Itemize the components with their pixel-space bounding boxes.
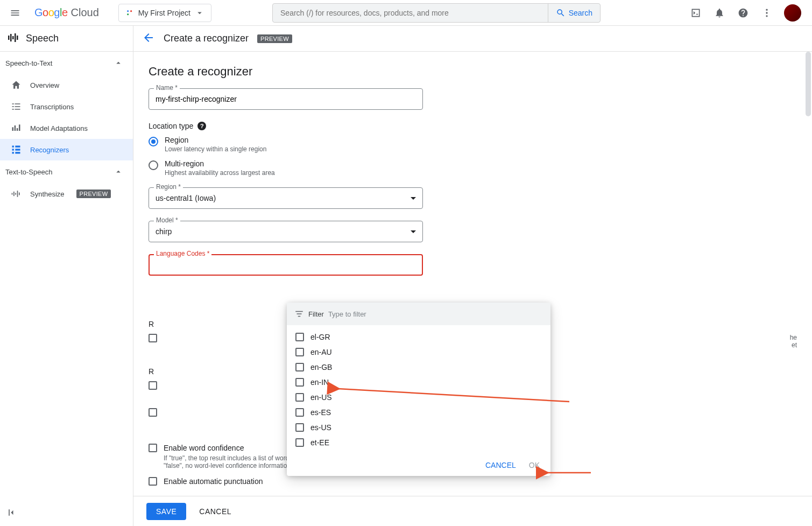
collapse-sidebar-icon[interactable] — [6, 507, 17, 520]
checkbox-icon — [295, 423, 304, 432]
checkbox-icon — [295, 393, 304, 402]
dropdown-filter[interactable]: Filter Type to filter — [287, 303, 550, 325]
sidebar: Speech-to-Text Overview Transcriptions M… — [0, 52, 133, 526]
product-name: Speech — [26, 33, 59, 44]
svg-rect-12 — [15, 125, 16, 131]
chevron-down-icon — [411, 230, 416, 233]
name-input[interactable] — [156, 95, 416, 103]
nav-group-speech-to-text[interactable]: Speech-to-Text — [0, 52, 133, 74]
more-icon[interactable] — [756, 2, 778, 24]
location-type-label: Location type ? — [149, 122, 797, 130]
svg-rect-18 — [15, 149, 20, 150]
top-bar: Google Cloud My First Project Search — [0, 0, 812, 26]
back-arrow-icon[interactable] — [142, 31, 155, 46]
svg-rect-21 — [12, 193, 13, 194]
hamburger-menu-icon[interactable] — [4, 2, 26, 24]
avatar[interactable] — [784, 4, 801, 22]
svg-rect-11 — [12, 127, 14, 131]
checkbox-icon — [295, 408, 304, 417]
svg-rect-15 — [12, 146, 14, 148]
radio-multi-region[interactable]: Multi-region Highest availability across… — [149, 159, 797, 177]
wave-icon — [11, 188, 22, 199]
svg-rect-13 — [17, 128, 18, 131]
dropdown-ok-button[interactable]: OK — [529, 461, 540, 469]
dropdown-option[interactable]: en-IN — [287, 375, 550, 390]
checkbox-icon — [149, 334, 157, 342]
checkbox-icon — [149, 444, 157, 452]
radio-icon — [149, 137, 158, 146]
svg-rect-8 — [12, 36, 14, 39]
cloud-shell-icon[interactable] — [685, 2, 707, 24]
dropdown-cancel-button[interactable]: CANCEL — [485, 461, 516, 469]
svg-rect-19 — [12, 152, 14, 153]
checkbox-icon — [295, 438, 304, 447]
gcp-logo[interactable]: Google Cloud — [30, 6, 103, 19]
sidebar-item-recognizers[interactable]: Recognizers — [0, 139, 133, 160]
notifications-icon[interactable] — [709, 2, 730, 24]
model-field[interactable]: Model * chirp — [149, 221, 423, 242]
grid-icon — [11, 144, 22, 155]
sidebar-item-model-adaptations[interactable]: Model Adaptations — [0, 117, 133, 139]
help-icon[interactable] — [732, 2, 754, 24]
chevron-down-icon — [411, 197, 416, 200]
svg-rect-20 — [15, 152, 20, 153]
svg-point-1 — [130, 10, 132, 12]
language-codes-field[interactable]: Language Codes * — [149, 254, 423, 276]
region-field[interactable]: Region * us-central1 (Iowa) — [149, 187, 423, 209]
cancel-button[interactable]: CANCEL — [199, 507, 231, 516]
checkbox-icon — [149, 408, 157, 417]
dropdown-option[interactable]: et-EE — [287, 435, 550, 450]
sidebar-item-transcriptions[interactable]: Transcriptions — [0, 96, 133, 117]
preview-badge: PREVIEW — [257, 34, 292, 43]
svg-rect-7 — [10, 34, 12, 41]
help-icon[interactable]: ? — [197, 122, 206, 130]
nav-group-text-to-speech[interactable]: Text-to-Speech — [0, 160, 133, 183]
search-input[interactable] — [273, 9, 548, 17]
save-button[interactable]: SAVE — [146, 503, 186, 520]
svg-rect-10 — [17, 36, 18, 40]
project-name: My First Project — [138, 9, 190, 17]
sidebar-item-synthesize[interactable]: Synthesize PREVIEW — [0, 183, 133, 205]
sidebar-item-overview[interactable]: Overview — [0, 74, 133, 96]
home-icon — [11, 80, 22, 90]
radio-icon — [149, 160, 158, 170]
svg-point-5 — [766, 15, 767, 17]
svg-rect-16 — [15, 146, 20, 148]
page-title: Create a recognizer — [164, 33, 249, 44]
svg-point-2 — [127, 13, 129, 15]
chevron-up-icon — [114, 167, 123, 177]
dropdown-option-label: el-GR — [310, 333, 330, 341]
checkbox-icon — [149, 477, 157, 486]
dropdown-option[interactable]: es-US — [287, 420, 550, 435]
svg-rect-9 — [15, 33, 16, 42]
topbar-right — [685, 2, 808, 24]
dropdown-option[interactable]: en-US — [287, 390, 550, 405]
svg-point-0 — [127, 10, 129, 12]
checkbox-icon — [295, 333, 304, 341]
project-picker[interactable]: My First Project — [118, 4, 211, 22]
subheader: Speech Create a recognizer PREVIEW — [0, 26, 812, 52]
search-box: Search — [272, 3, 601, 23]
radio-region[interactable]: Region Lower latency within a single reg… — [149, 136, 797, 153]
dropdown-option[interactable]: es-ES — [287, 405, 550, 420]
list-icon — [11, 101, 22, 112]
chevron-up-icon — [114, 58, 123, 68]
search-button[interactable]: Search — [548, 4, 600, 22]
checkbox-icon — [295, 378, 304, 387]
dropdown-option[interactable]: en-AU — [287, 345, 550, 360]
checkbox-icon — [295, 363, 304, 371]
name-field: Name * — [149, 88, 423, 110]
dropdown-option-label: en-GB — [310, 363, 332, 371]
dropdown-option[interactable]: el-GR — [287, 329, 550, 345]
dropdown-list[interactable]: el-GRen-AUen-GBen-INen-USes-ESes-USet-EE — [287, 325, 550, 454]
svg-point-3 — [766, 9, 767, 10]
content: Create a recognizer Name * Location type… — [133, 52, 812, 526]
enable-auto-punctuation[interactable]: Enable automatic punctuation — [149, 477, 797, 486]
region-value: us-central1 (Iowa) — [156, 194, 216, 202]
dropdown-option-label: es-US — [310, 423, 331, 432]
dropdown-option[interactable]: en-GB — [287, 360, 550, 375]
model-value: chirp — [156, 227, 172, 236]
tune-icon — [11, 123, 22, 134]
footer: SAVE CANCEL — [133, 496, 812, 526]
dropdown-option-label: et-EE — [310, 438, 329, 447]
